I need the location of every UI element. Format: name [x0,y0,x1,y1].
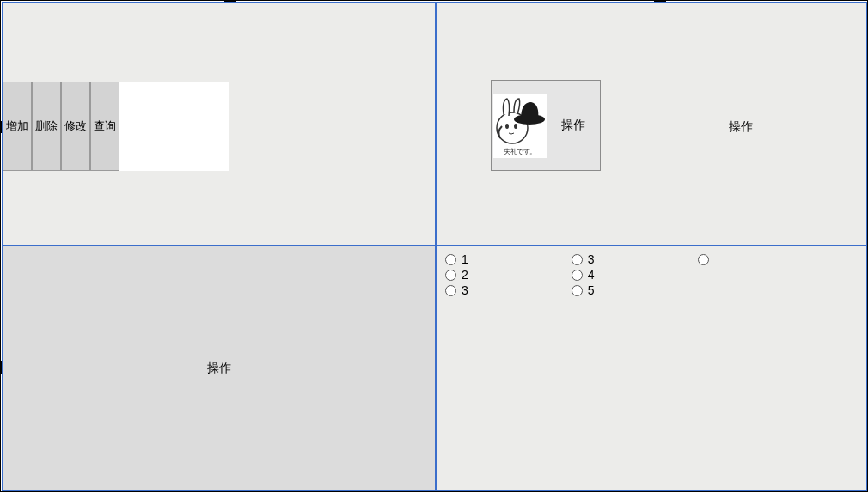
radio-label: 3 [462,283,468,297]
radio-label: 3 [588,252,595,266]
radio-icon [445,254,456,265]
radio-label: 5 [588,283,595,297]
radio-item[interactable]: 2 [445,267,468,282]
radio-group-2: 3 4 5 [572,252,595,298]
radio-item[interactable] [698,252,714,267]
query-button[interactable]: 查询 [90,82,119,171]
panel-top-right[interactable]: 失礼です。 操作 操作 [436,2,867,246]
radio-icon [445,270,456,281]
radio-icon [572,254,583,265]
svg-point-1 [505,124,509,129]
radio-item[interactable]: 1 [445,252,468,267]
radio-label: 4 [588,268,595,282]
cartoon-image: 失礼です。 [493,94,547,158]
design-canvas: 增加 删除 修改 查询 [0,0,868,492]
radio-group-1: 1 2 3 [445,252,468,298]
operate-label: 操作 [729,119,753,135]
radio-icon [572,285,583,296]
radio-item[interactable]: 5 [572,282,595,298]
operate-label: 操作 [207,361,231,376]
radio-icon [445,285,456,296]
radio-item[interactable]: 4 [572,267,595,282]
panel-bottom-left[interactable]: 操作 [2,246,436,491]
add-button[interactable]: 增加 [3,82,32,171]
panel-bottom-right[interactable]: 1 2 3 3 4 [436,246,867,491]
radio-groups: 1 2 3 3 4 [445,252,714,298]
blank-panel [119,82,229,171]
panel-top-left[interactable]: 增加 删除 修改 查询 [2,2,436,246]
image-caption: 失礼です。 [493,147,547,156]
svg-point-2 [514,124,517,129]
radio-icon [698,254,709,265]
radio-icon [572,270,583,281]
operate-box-label: 操作 [547,118,600,133]
radio-group-3 [698,252,714,298]
radio-label: 2 [462,268,468,282]
delete-button[interactable]: 删除 [32,82,61,171]
edit-button[interactable]: 修改 [61,82,90,171]
button-row-container: 增加 删除 修改 查询 [3,82,229,171]
radio-item[interactable]: 3 [572,252,595,267]
radio-label: 1 [462,252,468,266]
button-group: 增加 删除 修改 查询 [3,82,119,171]
operate-box[interactable]: 失礼です。 操作 [491,80,601,171]
radio-item[interactable]: 3 [445,282,468,298]
